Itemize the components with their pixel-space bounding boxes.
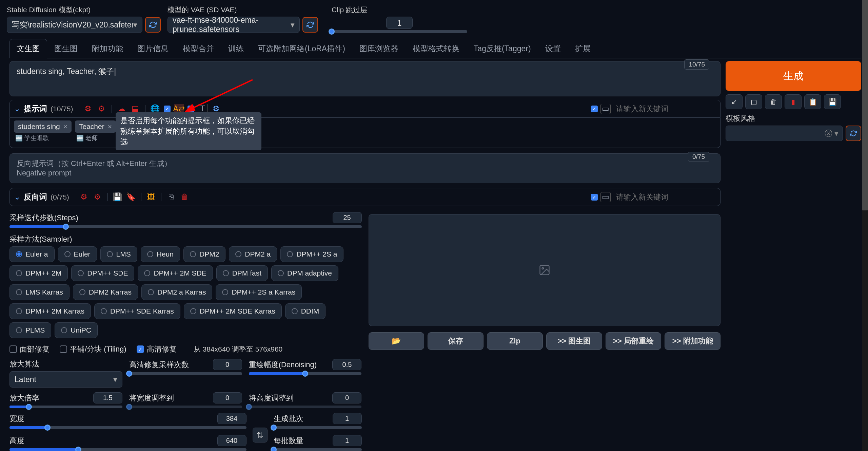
upscale-by-value[interactable]: 1.5 <box>93 392 122 403</box>
paste-button[interactable]: 📋 <box>804 94 821 109</box>
sampler-option[interactable]: DPM++ 2M SDE <box>138 265 213 281</box>
batch-count-slider[interactable] <box>274 426 362 429</box>
gear-icon[interactable]: ⚙ <box>97 104 107 114</box>
width-slider[interactable] <box>9 426 246 429</box>
sampler-option[interactable]: DPM2 a <box>229 246 277 262</box>
tab-extensions[interactable]: 扩展 <box>568 39 598 58</box>
steps-slider[interactable] <box>9 225 362 228</box>
prompt-tag[interactable]: Teacher× <box>75 120 116 133</box>
checkbox[interactable]: ✓ <box>164 106 171 112</box>
trash-icon[interactable]: 🗑 <box>180 192 190 202</box>
negative-prompt-textarea[interactable]: 反向提示词（按 Ctrl+Enter 或 Alt+Enter 生成） Negat… <box>9 153 721 183</box>
chevron-down-icon[interactable]: ⌄ <box>14 192 20 202</box>
sampler-option[interactable]: DPM++ SDE <box>71 265 134 281</box>
swap-dimensions-button[interactable]: ⇅ <box>253 428 268 443</box>
hires-steps-value[interactable]: 0 <box>213 359 242 370</box>
tab-tagger[interactable]: Tag反推(Tagger) <box>467 39 538 58</box>
upscale-by-slider[interactable] <box>9 406 122 408</box>
sampler-option[interactable]: DPM++ 2S a <box>280 246 343 262</box>
tab-pnginfo[interactable]: 图片信息 <box>130 39 176 58</box>
tab-merge[interactable]: 模型合并 <box>176 39 221 58</box>
denoise-value[interactable]: 0.5 <box>332 359 361 370</box>
tab-extras[interactable]: 附加功能 <box>85 39 130 58</box>
sampler-option[interactable]: Euler a <box>9 246 55 262</box>
arrow-tool-button[interactable]: ↙ <box>726 94 743 109</box>
zip-button[interactable]: Zip <box>487 332 543 350</box>
close-icon[interactable]: × <box>63 123 67 131</box>
ckpt-refresh-button[interactable] <box>145 17 161 33</box>
batch-size-value[interactable]: 1 <box>333 435 362 446</box>
resize-h-slider[interactable] <box>249 406 362 408</box>
gear-icon[interactable]: ⚙ <box>83 104 93 114</box>
tag-icon[interactable]: ▭ <box>600 192 611 202</box>
tab-lora[interactable]: 可选附加网络(LoRA插件) <box>251 39 352 58</box>
gear-icon[interactable]: ⚙ <box>93 192 103 202</box>
sampler-option[interactable]: UniPC <box>55 322 98 338</box>
image-icon[interactable]: 🖼 <box>146 192 156 202</box>
send-img2img-button[interactable]: >> 图生图 <box>546 332 602 350</box>
clear-button[interactable]: ▢ <box>745 94 762 109</box>
trash-button[interactable]: 🗑 <box>765 94 782 109</box>
sampler-option[interactable]: DPM++ 2M SDE Karras <box>184 303 282 319</box>
bookmark-icon[interactable]: 🔖 <box>126 192 136 202</box>
resize-w-value[interactable]: 0 <box>213 392 242 403</box>
sampler-option[interactable]: PLMS <box>9 322 51 338</box>
sampler-option[interactable]: DPM++ 2M <box>9 265 68 281</box>
sampler-option[interactable]: DPM++ SDE Karras <box>94 303 180 319</box>
denoise-slider[interactable] <box>249 372 362 375</box>
save-button[interactable]: 保存 <box>428 332 484 350</box>
save-preset-button[interactable]: 💾 <box>824 94 841 109</box>
clip-skip-slider[interactable] <box>332 30 467 33</box>
send-extras-button[interactable]: >> 附加功能 <box>665 332 721 350</box>
sampler-option[interactable]: DPM fast <box>216 265 268 281</box>
vae-select[interactable]: vae-ft-mse-840000-ema-pruned.safetensors… <box>167 17 300 33</box>
tab-txt2img[interactable]: 文生图 <box>9 39 47 58</box>
styles-select[interactable]: ⓧ ▾ <box>726 126 843 141</box>
tab-settings[interactable]: 设置 <box>538 39 568 58</box>
sampler-option[interactable]: Euler <box>58 246 97 262</box>
sampler-option[interactable]: DPM2 a Karras <box>141 284 213 300</box>
tab-img2img[interactable]: 图生图 <box>47 39 85 58</box>
sampler-option[interactable]: DDIM <box>285 303 326 319</box>
sampler-option[interactable]: LMS <box>100 246 137 262</box>
styles-refresh-button[interactable] <box>846 126 861 141</box>
resize-w-slider[interactable] <box>129 406 242 408</box>
card-button[interactable]: ▮ <box>785 94 802 109</box>
hires-steps-slider[interactable] <box>129 372 242 375</box>
prompt-tag[interactable]: students sing× <box>14 120 72 133</box>
scrollbar[interactable] <box>862 0 868 451</box>
height-slider[interactable] <box>9 448 246 451</box>
disk-icon[interactable]: 💾 <box>113 192 123 202</box>
tab-browser[interactable]: 图库浏览器 <box>352 39 406 58</box>
clip-skip-value[interactable]: 1 <box>386 17 413 29</box>
ckpt-select[interactable]: 写实\realisticVisionV20_v20.safetensors [c… <box>7 17 142 33</box>
sampler-option[interactable]: DPM2 Karras <box>73 284 138 300</box>
sampler-option[interactable]: DPM++ 2M Karras <box>9 303 91 319</box>
tab-convert[interactable]: 模型格式转换 <box>406 39 467 58</box>
send-inpaint-button[interactable]: >> 局部重绘 <box>606 332 662 350</box>
face-restore-checkbox[interactable]: 面部修复 <box>9 344 50 354</box>
gear-icon[interactable]: ⚙ <box>79 192 89 202</box>
upscaler-select[interactable]: Latent▾ <box>9 371 122 388</box>
neg-keyword-input[interactable] <box>616 193 709 202</box>
sampler-option[interactable]: DPM2 <box>183 246 225 262</box>
checkbox[interactable]: ✓ <box>591 194 598 201</box>
steps-value[interactable]: 25 <box>333 212 362 223</box>
hires-checkbox[interactable]: 高清修复 <box>137 344 177 354</box>
height-value[interactable]: 640 <box>217 435 246 446</box>
vae-refresh-button[interactable] <box>302 17 318 33</box>
tag-icon[interactable]: ▭ <box>600 104 611 114</box>
chevron-down-icon[interactable]: ⌄ <box>14 104 20 113</box>
tiling-checkbox[interactable]: 平铺/分块 (Tiling) <box>60 344 126 354</box>
keyword-input[interactable] <box>616 105 709 113</box>
batch-count-value[interactable]: 1 <box>333 413 362 424</box>
sampler-option[interactable]: DPM++ 2S a Karras <box>216 284 302 300</box>
checkbox[interactable]: ✓ <box>591 106 598 112</box>
checkbox[interactable]: ✓ <box>188 106 194 112</box>
sampler-option[interactable]: DPM adaptive <box>271 265 338 281</box>
generate-button[interactable]: 生成 <box>726 61 861 91</box>
copy-icon[interactable]: ⎘ <box>166 192 176 202</box>
tab-train[interactable]: 训练 <box>221 39 251 58</box>
sampler-option[interactable]: LMS Karras <box>9 284 70 300</box>
batch-size-slider[interactable] <box>274 448 362 451</box>
